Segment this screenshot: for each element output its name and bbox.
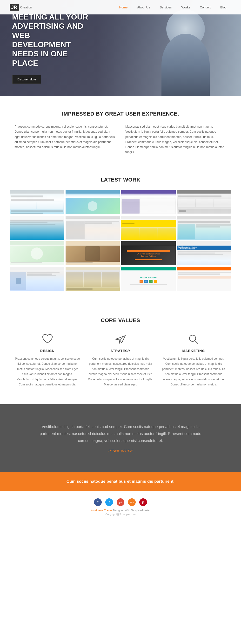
discover-more-button[interactable]: Discover More bbox=[12, 75, 41, 84]
footer: f t g+ rss p Wordpress Theme Designed Wi… bbox=[0, 491, 241, 520]
work-item[interactable] bbox=[66, 216, 120, 240]
footer-designed-by: Designed With TemplateToaster bbox=[113, 509, 150, 512]
work-grid: We provide Solutions For YourEveryday Pr… bbox=[10, 190, 231, 291]
logo-jr: JR bbox=[10, 4, 19, 10]
footer-copyright: Copyright@Example.com bbox=[10, 513, 231, 516]
header: JR Creation Home About Us Services Works… bbox=[0, 0, 241, 14]
impressed-section: IMPRESSED BY GREAT USER EXPERIENCE. Prae… bbox=[0, 96, 241, 167]
testimonial-author: - DENIAL MARTIN - bbox=[19, 449, 222, 452]
marketing-title: MARKETING bbox=[161, 349, 226, 353]
value-marketing: MARKETING Vestibulum id ligula porta fel… bbox=[161, 333, 226, 388]
value-strategy: STRATEGY Cum sociis natoque penatibus et… bbox=[88, 333, 153, 388]
pinterest-icon[interactable]: p bbox=[139, 498, 147, 506]
latest-work-title: LATEST WORK bbox=[10, 177, 231, 183]
work-item[interactable] bbox=[10, 241, 64, 265]
svg-line-1 bbox=[195, 341, 198, 344]
work-item[interactable] bbox=[10, 267, 64, 291]
logo: JR Creation bbox=[10, 4, 32, 10]
twitter-icon[interactable]: t bbox=[105, 498, 113, 506]
google-plus-icon[interactable]: g+ bbox=[117, 498, 124, 506]
hero-section: MEETING ALL YOUR ADVERTISING AND WEB DEV… bbox=[0, 0, 241, 96]
work-item[interactable] bbox=[177, 190, 231, 214]
testimonial-text: Vestibulum id ligula porta felis euismod… bbox=[36, 424, 205, 444]
impressed-title: IMPRESSED BY GREAT USER EXPERIENCE. bbox=[15, 111, 226, 117]
impressed-col1: Praesent commodo cursus magna, vel scele… bbox=[15, 124, 116, 155]
svg-point-0 bbox=[189, 335, 196, 342]
work-item[interactable] bbox=[121, 216, 176, 240]
impressed-col2: Maecenas sed diam eget risus varius blan… bbox=[125, 124, 226, 155]
social-links: f t g+ rss p bbox=[10, 498, 231, 506]
nav-blog[interactable]: Blog bbox=[215, 0, 231, 14]
cta-section: Cum sociis natoque penatibus et magnis d… bbox=[0, 472, 241, 491]
paper-plane-icon bbox=[88, 333, 153, 345]
strategy-text: Cum sociis natoque penatibus et magnis d… bbox=[88, 356, 153, 388]
strategy-title: STRATEGY bbox=[88, 349, 153, 353]
core-values-title: CORE VALUES bbox=[15, 317, 226, 324]
design-text: Praesent commodo cursus magna, vel scele… bbox=[15, 356, 80, 388]
work-item[interactable] bbox=[66, 190, 120, 214]
work-item[interactable] bbox=[66, 267, 120, 291]
work-item[interactable] bbox=[10, 216, 64, 240]
hero-title: MEETING ALL YOUR ADVERTISING AND WEB DEV… bbox=[12, 12, 89, 68]
hero-image bbox=[149, 5, 222, 96]
work-item[interactable] bbox=[10, 190, 64, 214]
design-title: DESIGN bbox=[15, 349, 80, 353]
theme-link[interactable]: Wordpress Theme bbox=[91, 509, 112, 512]
cta-text: Cum sociis natoque penatibus et magnis d… bbox=[10, 479, 231, 484]
nav-contact[interactable]: Contact bbox=[195, 0, 215, 14]
values-grid: DESIGN Praesent commodo cursus magna, ve… bbox=[15, 333, 226, 388]
work-item[interactable]: Best Joomla templates,WordPress themes bbox=[177, 241, 231, 265]
work-item[interactable]: WELCOME TO HUNDRED ◻ ◻ ◻ ◻ bbox=[121, 267, 176, 291]
core-values-section: CORE VALUES DESIGN Praesent commodo curs… bbox=[0, 303, 241, 404]
work-item[interactable] bbox=[66, 241, 120, 265]
marketing-text: Vestibulum id ligula porta felis euismod… bbox=[161, 356, 226, 388]
work-item[interactable]: We provide Solutions For YourEveryday Pr… bbox=[121, 241, 176, 265]
hero-content: MEETING ALL YOUR ADVERTISING AND WEB DEV… bbox=[0, 0, 101, 96]
nav-home[interactable]: Home bbox=[114, 0, 133, 14]
rss-icon[interactable]: rss bbox=[128, 498, 136, 506]
nav-services[interactable]: Services bbox=[155, 0, 177, 14]
heart-icon bbox=[15, 333, 80, 345]
work-item[interactable] bbox=[177, 216, 231, 240]
search-icon bbox=[161, 333, 226, 345]
impressed-columns: Praesent commodo cursus magna, vel scele… bbox=[15, 124, 226, 155]
latest-work-section: LATEST WORK bbox=[0, 167, 241, 303]
testimonial-section: Vestibulum id ligula porta felis euismod… bbox=[0, 404, 241, 472]
nav-about[interactable]: About Us bbox=[132, 0, 155, 14]
facebook-icon[interactable]: f bbox=[94, 498, 102, 506]
nav-works[interactable]: Works bbox=[177, 0, 195, 14]
footer-credit: Wordpress Theme Designed With TemplateTo… bbox=[10, 509, 231, 512]
work-item[interactable] bbox=[177, 267, 231, 291]
main-nav: Home About Us Services Works Contact Blo… bbox=[114, 0, 231, 14]
work-item[interactable] bbox=[121, 190, 176, 214]
logo-creation: Creation bbox=[20, 6, 32, 9]
value-design: DESIGN Praesent commodo cursus magna, ve… bbox=[15, 333, 80, 388]
